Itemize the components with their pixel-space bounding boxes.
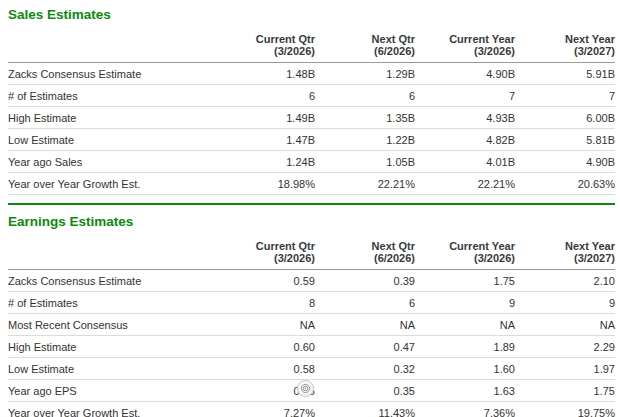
- column-label: Next Qtr: [315, 33, 415, 45]
- cell-value: 2.29: [515, 336, 615, 358]
- column-header: Current Qtr(3/2026): [215, 234, 315, 270]
- cell-value: 1.05B: [315, 151, 415, 173]
- estimates-sections: Sales Estimates Current Qtr(3/2026)Next …: [0, 0, 620, 417]
- cell-value: 0.35: [315, 380, 415, 402]
- cell-value: 6: [315, 292, 415, 314]
- cell-value: 0.47: [315, 336, 415, 358]
- column-label: Current Qtr: [215, 33, 315, 45]
- cell-value: 19.75%: [515, 402, 615, 417]
- table-row: Zacks Consensus Estimate0.590.391.752.10: [8, 270, 615, 292]
- cell-value: 1.60: [415, 358, 515, 380]
- cell-value: 0.32: [315, 358, 415, 380]
- row-label: Low Estimate: [8, 129, 215, 151]
- cell-value: 1.48B: [215, 63, 315, 85]
- row-label: Year ago Sales: [8, 151, 215, 173]
- row-label: Year ago EPS: [8, 380, 215, 402]
- cell-value: 2.10: [515, 270, 615, 292]
- row-label: Most Recent Consensus: [8, 314, 215, 336]
- cell-value: 1.29B: [315, 63, 415, 85]
- cell-value: 1.75: [415, 270, 515, 292]
- cell-value: 6.00B: [515, 107, 615, 129]
- table-row: Zacks Consensus Estimate1.48B1.29B4.90B5…: [8, 63, 615, 85]
- table-body: Zacks Consensus Estimate1.48B1.29B4.90B5…: [8, 63, 615, 195]
- cell-value: 0.58: [215, 358, 315, 380]
- column-label: Next Qtr: [315, 240, 415, 252]
- column-header: Current Qtr(3/2026): [215, 27, 315, 63]
- header-spacer: [8, 234, 215, 270]
- column-period: (3/2027): [515, 252, 615, 264]
- cell-value: 1.47B: [215, 129, 315, 151]
- column-header: Next Qtr(6/2026): [315, 234, 415, 270]
- cell-value: 1.63: [415, 380, 515, 402]
- cell-value: 1.35B: [315, 107, 415, 129]
- table-row: High Estimate1.49B1.35B4.93B6.00B: [8, 107, 615, 129]
- column-period: (6/2026): [315, 45, 415, 57]
- row-label: # of Estimates: [8, 85, 215, 107]
- column-header: Next Year(3/2027): [515, 27, 615, 63]
- cell-value: 4.01B: [415, 151, 515, 173]
- cell-value: 5.91B: [515, 63, 615, 85]
- cell-value: NA: [215, 314, 315, 336]
- cell-value: 1.22B: [315, 129, 415, 151]
- table-row: Low Estimate0.580.321.601.97: [8, 358, 615, 380]
- table-row: # of Estimates6677: [8, 85, 615, 107]
- cell-value: 5.81B: [515, 129, 615, 151]
- table-body: Zacks Consensus Estimate0.590.391.752.10…: [8, 270, 615, 417]
- table-row: Year over Year Growth Est.7.27%11.43%7.3…: [8, 402, 615, 417]
- row-label: # of Estimates: [8, 292, 215, 314]
- table-row: High Estimate0.600.471.892.29: [8, 336, 615, 358]
- header-row: Current Qtr(3/2026)Next Qtr(6/2026)Curre…: [8, 27, 615, 63]
- estimates-page: { "colors": { "accent_green": "#0c8a0c",…: [0, 0, 620, 417]
- cell-value: NA: [415, 314, 515, 336]
- section-title: Sales Estimates: [8, 0, 615, 27]
- column-label: Current Year: [415, 240, 515, 252]
- cell-value: 1.24B: [215, 151, 315, 173]
- cell-value: 4.82B: [415, 129, 515, 151]
- cell-value: 8: [215, 292, 315, 314]
- cell-value: 1.49B: [215, 107, 315, 129]
- table-row: Low Estimate1.47B1.22B4.82B5.81B: [8, 129, 615, 151]
- column-period: (3/2026): [415, 252, 515, 264]
- row-label: High Estimate: [8, 107, 215, 129]
- cell-value: 18.98%: [215, 173, 315, 195]
- table-row: Most Recent ConsensusNANANANA: [8, 314, 615, 336]
- column-header: Current Year(3/2026): [415, 234, 515, 270]
- column-period: (3/2027): [515, 45, 615, 57]
- column-label: Current Year: [415, 33, 515, 45]
- row-label: Zacks Consensus Estimate: [8, 63, 215, 85]
- cell-value: 11.43%: [315, 402, 415, 417]
- cell-value: NA: [315, 314, 415, 336]
- cell-value: 0.59: [215, 270, 315, 292]
- column-period: (3/2026): [415, 45, 515, 57]
- header-row: Current Qtr(3/2026)Next Qtr(6/2026)Curre…: [8, 234, 615, 270]
- table-row: Year ago Sales1.24B1.05B4.01B4.90B: [8, 151, 615, 173]
- cell-value: 0.39: [315, 270, 415, 292]
- column-header: Current Year(3/2026): [415, 27, 515, 63]
- cell-value: 4.90B: [515, 151, 615, 173]
- column-label: Next Year: [515, 33, 615, 45]
- cell-value: 4.93B: [415, 107, 515, 129]
- cell-value: 7: [415, 85, 515, 107]
- cell-value: 6: [315, 85, 415, 107]
- column-label: Current Qtr: [215, 240, 315, 252]
- header-spacer: [8, 27, 215, 63]
- column-period: (3/2026): [215, 252, 315, 264]
- table-row: Year over Year Growth Est.18.98%22.21%22…: [8, 173, 615, 195]
- fingerprint-badge-icon: [297, 380, 314, 397]
- cell-value: 1.97: [515, 358, 615, 380]
- cell-value: 22.21%: [415, 173, 515, 195]
- column-period: (6/2026): [315, 252, 415, 264]
- cell-value: 20.63%: [515, 173, 615, 195]
- cell-value: 4.90B: [415, 63, 515, 85]
- cell-value: 7.36%: [415, 402, 515, 417]
- row-label: Year over Year Growth Est.: [8, 402, 215, 417]
- cell-value: 22.21%: [315, 173, 415, 195]
- row-label: High Estimate: [8, 336, 215, 358]
- cell-value: 1.89: [415, 336, 515, 358]
- cell-value: 1.75: [515, 380, 615, 402]
- cell-value: 7: [515, 85, 615, 107]
- estimates-table: Current Qtr(3/2026)Next Qtr(6/2026)Curre…: [8, 27, 615, 195]
- cell-value: 9: [415, 292, 515, 314]
- cell-value: 6: [215, 85, 315, 107]
- row-label: Low Estimate: [8, 358, 215, 380]
